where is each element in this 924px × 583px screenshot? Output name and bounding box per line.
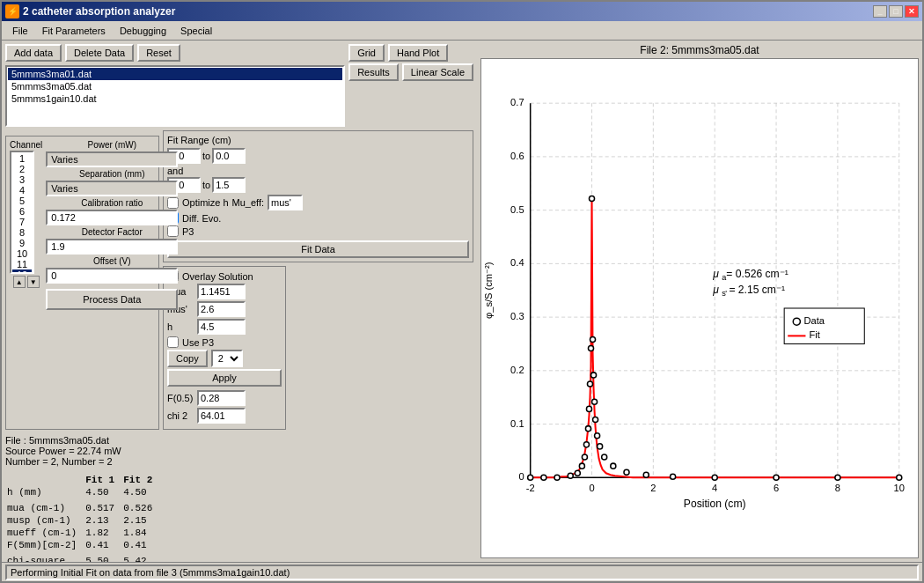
- svg-text:8: 8: [835, 483, 840, 493]
- mua-input[interactable]: [197, 284, 246, 299]
- h-input[interactable]: [197, 319, 246, 335]
- result-row5-0: F(5mm)[cm-2]: [5, 539, 84, 551]
- chart-container: -2 0 2 4 6 8 10 0 0.1 0.2 0.3 0.4 0.5 0.…: [480, 58, 919, 558]
- btn-row-2: Results Linear Scale: [348, 63, 473, 81]
- status-bar: Performing Initial Fit on data from file…: [2, 562, 922, 581]
- svg-text:Data: Data: [803, 315, 825, 326]
- power-line: Source Power = 22.74 mW: [5, 446, 473, 456]
- svg-text:Position (cm): Position (cm): [684, 498, 746, 510]
- offset-input[interactable]: [46, 268, 178, 284]
- channel-4[interactable]: 4: [12, 185, 32, 196]
- svg-point-35: [528, 475, 533, 480]
- menu-fit-parameters[interactable]: Fit Parameters: [35, 24, 113, 38]
- detector-input[interactable]: [46, 239, 178, 255]
- menu-file[interactable]: File: [5, 24, 35, 38]
- process-data-button[interactable]: Process Data: [46, 289, 178, 310]
- svg-rect-70: [784, 308, 864, 343]
- svg-point-55: [611, 463, 616, 469]
- f05-label: F(0.5): [167, 393, 195, 403]
- result-row4-2: 1.84: [121, 527, 165, 539]
- channel-1[interactable]: 1: [12, 153, 32, 164]
- channel-6[interactable]: 6: [12, 206, 32, 217]
- svg-point-51: [593, 417, 598, 422]
- svg-point-49: [591, 373, 597, 378]
- channel-scroll-up[interactable]: ▲: [13, 276, 26, 288]
- svg-point-46: [588, 346, 593, 351]
- channel-8[interactable]: 8: [12, 227, 32, 238]
- file-listbox[interactable]: 5mmms3ma01.dat 5mmms3ma05.dat 5mmms1gain…: [5, 65, 345, 127]
- fit-range-row2: to: [167, 177, 469, 193]
- file-list-item-2[interactable]: 5mmms1gain10.dat: [8, 92, 342, 105]
- svg-text:0.6: 0.6: [510, 151, 524, 161]
- svg-point-47: [589, 196, 594, 201]
- svg-text:0: 0: [589, 483, 594, 493]
- channel-5[interactable]: 5: [12, 196, 32, 206]
- reset-button[interactable]: Reset: [137, 44, 180, 62]
- power-input[interactable]: [46, 151, 178, 167]
- svg-text:4: 4: [712, 483, 717, 493]
- add-data-button[interactable]: Add data: [5, 44, 62, 62]
- menu-special[interactable]: Special: [173, 24, 219, 38]
- copy-button[interactable]: Copy: [167, 350, 208, 367]
- svg-point-48: [590, 336, 595, 342]
- result-row7-2: 5.42: [121, 555, 165, 562]
- power-label: Power (mW): [46, 140, 178, 150]
- svg-text:0.5: 0.5: [510, 204, 524, 215]
- menu-debugging[interactable]: Debugging: [113, 24, 173, 38]
- results-button[interactable]: Results: [348, 63, 399, 81]
- diff-evo-row: Diff. Evo.: [167, 212, 469, 224]
- svg-point-53: [598, 444, 603, 449]
- close-button[interactable]: ✕: [905, 5, 919, 18]
- chi2-input[interactable]: [197, 408, 246, 424]
- svg-point-52: [595, 433, 600, 439]
- channel-12[interactable]: 12: [12, 269, 32, 274]
- channel-list[interactable]: 1 2 3 4 5 6 7 8 9 10 11: [10, 151, 34, 274]
- file-list-item-1[interactable]: 5mmms3ma05.dat: [8, 80, 342, 92]
- copy-select[interactable]: 2 1: [211, 350, 243, 367]
- svg-point-45: [587, 381, 592, 387]
- mua-row: mua: [167, 284, 282, 299]
- channel-scroll-down[interactable]: ▼: [27, 276, 40, 288]
- separation-input[interactable]: [46, 181, 178, 196]
- detector-label: Detector Factor: [46, 227, 178, 237]
- linear-scale-button[interactable]: Linear Scale: [402, 63, 473, 81]
- result-row7-1: 5.50: [84, 555, 121, 562]
- file-list-area: Add data Delete Data Reset 5mmms3ma01.da…: [5, 44, 345, 127]
- channel-7[interactable]: 7: [12, 217, 32, 227]
- channel-9[interactable]: 9: [12, 238, 32, 248]
- svg-point-43: [585, 426, 590, 432]
- fit-to2[interactable]: [212, 177, 246, 193]
- svg-text:= 2.15 cm⁻¹: = 2.15 cm⁻¹: [729, 284, 785, 296]
- overlay-label: Overlay Solution: [182, 271, 253, 282]
- maximize-button[interactable]: □: [889, 5, 903, 18]
- fit-to1[interactable]: [212, 148, 246, 164]
- channel-3[interactable]: 3: [12, 174, 32, 185]
- f05-row: F(0.5): [167, 390, 282, 406]
- result-row2-0: mua (cm-1): [5, 502, 84, 514]
- calibration-input[interactable]: [46, 210, 178, 225]
- apply-button[interactable]: Apply: [167, 369, 282, 387]
- svg-point-40: [579, 463, 584, 469]
- result-row7-0: chi-square: [5, 555, 84, 562]
- f05-input[interactable]: [197, 390, 246, 406]
- minimize-button[interactable]: _: [873, 5, 887, 18]
- file-list-item-0[interactable]: 5mmms3ma01.dat: [8, 68, 342, 80]
- channel-10[interactable]: 10: [12, 248, 32, 259]
- grid-button[interactable]: Grid: [348, 44, 385, 62]
- delete-data-button[interactable]: Delete Data: [65, 44, 134, 62]
- use-p3-checkbox[interactable]: [167, 336, 179, 348]
- result-header-1: Fit 1: [84, 474, 121, 486]
- svg-text:0.3: 0.3: [510, 311, 524, 321]
- chi2-row: chi 2: [167, 408, 282, 424]
- main-window: ⚡ 2 catheter absorption analyzer _ □ ✕ F…: [0, 0, 924, 583]
- channel-11[interactable]: 11: [12, 259, 32, 269]
- fit-data-button[interactable]: Fit Data: [167, 240, 469, 258]
- file-buttons: Add data Delete Data Reset: [5, 44, 345, 62]
- mus-input[interactable]: [197, 301, 246, 317]
- mu-eff-input[interactable]: [268, 195, 303, 210]
- hand-plot-button[interactable]: Hand Plot: [388, 44, 448, 62]
- svg-text:10: 10: [894, 483, 905, 493]
- channel-2[interactable]: 2: [12, 164, 32, 174]
- svg-text:0.1: 0.1: [510, 418, 524, 429]
- svg-point-36: [541, 475, 546, 480]
